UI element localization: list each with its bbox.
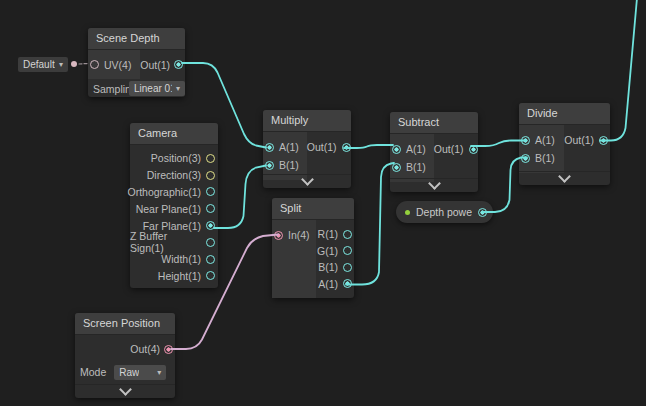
output-slot-out: Out(1) — [140, 59, 185, 71]
port-label: Near Plane(1) — [136, 203, 201, 215]
dropdown-arrow-icon: ▾ — [176, 84, 180, 93]
port-out-label: Out(4) — [130, 343, 160, 355]
port-b-icon[interactable] — [521, 154, 530, 163]
node-screen-position[interactable]: Screen Position Out(4) Mode Raw ▾ — [75, 313, 175, 398]
port-uv-label: UV(4) — [104, 59, 131, 71]
input-slot-a: A(1) — [390, 140, 434, 158]
node-title[interactable]: Subtract — [390, 112, 478, 134]
port-a-icon[interactable] — [265, 143, 274, 152]
port-out-icon[interactable] — [599, 136, 608, 145]
port-a-label: A(1) — [535, 134, 555, 146]
node-split[interactable]: Split In(4) R(1) G(1) B(1) — [272, 198, 354, 298]
chevron-down-icon — [119, 383, 132, 396]
port-position-icon[interactable] — [206, 154, 215, 163]
port-b-icon[interactable] — [343, 263, 352, 272]
port-r-label: R(1) — [318, 228, 338, 240]
mode-value: Raw — [119, 367, 139, 378]
output-slot-a: A(1) — [318, 276, 352, 293]
port-near-plane-icon[interactable] — [206, 204, 215, 213]
node-expand-toggle[interactable] — [519, 171, 610, 185]
port-uv-icon[interactable] — [90, 60, 99, 69]
sampling-label: Sampling — [93, 83, 129, 95]
output-slot-out: Out(1) — [434, 140, 478, 158]
node-camera[interactable]: Camera Position(3) Direction(3) Orthogra… — [130, 123, 218, 288]
port-label: Width(1) — [161, 253, 201, 265]
output-slot-near-plane: Near Plane(1) — [130, 200, 218, 217]
port-a-label: A(1) — [279, 141, 299, 153]
input-slot-b: B(1) — [519, 149, 564, 167]
input-slot-a: A(1) — [263, 138, 307, 156]
port-out-label: Out(1) — [434, 143, 464, 155]
port-out-icon[interactable] — [342, 143, 351, 152]
port-z-buffer-sign-icon[interactable] — [206, 238, 215, 247]
port-direction-icon[interactable] — [206, 171, 215, 180]
node-divide[interactable]: Divide A(1) B(1) Out(1) — [519, 103, 610, 185]
node-title[interactable]: Camera — [130, 123, 218, 145]
wire-camera-farplane-to-multiply-b[interactable] — [214, 166, 266, 229]
port-out-icon[interactable] — [469, 145, 478, 154]
port-out-label: Out(1) — [564, 134, 594, 146]
port-a-icon[interactable] — [521, 136, 530, 145]
property-node-depth-power[interactable]: Depth power(1) — [396, 201, 493, 223]
port-height-icon[interactable] — [206, 271, 215, 280]
port-out-label: Out(1) — [307, 141, 337, 153]
node-title[interactable]: Screen Position — [75, 313, 175, 335]
port-g-icon[interactable] — [343, 246, 352, 255]
output-slot-r: R(1) — [318, 226, 352, 243]
node-title[interactable]: Multiply — [263, 110, 351, 132]
node-title[interactable]: Divide — [519, 103, 610, 125]
port-label: Orthographic(1) — [127, 186, 201, 198]
port-b-icon[interactable] — [265, 161, 274, 170]
chevron-down-icon — [301, 173, 314, 186]
port-b-label: B(1) — [318, 261, 338, 273]
shader-graph-canvas[interactable]: Default ▾ Scene Depth UV(4) Out(1) Sampl… — [0, 0, 646, 406]
port-orthographic-icon[interactable] — [206, 187, 215, 196]
port-label: Z Buffer Sign(1) — [130, 230, 201, 254]
port-in-label: In(4) — [288, 229, 310, 241]
default-value-port-dot[interactable] — [71, 61, 77, 67]
port-r-icon[interactable] — [343, 230, 352, 239]
port-label: Height(1) — [158, 270, 201, 282]
property-label: Depth power(1) — [416, 206, 472, 218]
output-slot-g: G(1) — [317, 243, 352, 260]
port-b-label: B(1) — [279, 159, 299, 171]
node-subtract[interactable]: Subtract A(1) B(1) Out(1) — [390, 112, 478, 192]
mode-dropdown[interactable]: Raw ▾ — [114, 365, 166, 380]
output-slot-position: Position(3) — [130, 150, 218, 167]
port-in-icon[interactable] — [274, 231, 283, 240]
dropdown-arrow-icon: ▾ — [157, 368, 161, 377]
input-slot-in: In(4) — [272, 226, 316, 244]
port-a-icon[interactable] — [343, 279, 352, 288]
node-title[interactable]: Split — [272, 198, 354, 220]
node-title[interactable]: Scene Depth — [88, 28, 185, 50]
port-out-icon[interactable] — [478, 208, 487, 217]
node-expand-toggle[interactable] — [390, 178, 478, 192]
node-expand-toggle[interactable] — [263, 174, 351, 188]
sampling-dropdown[interactable]: Linear 01 ▾ — [129, 81, 185, 96]
port-a-label: A(1) — [406, 143, 426, 155]
output-slot-direction: Direction(3) — [130, 167, 218, 184]
output-slot-out: Out(4) — [75, 335, 175, 363]
port-out-icon[interactable] — [174, 60, 183, 69]
port-label: Direction(3) — [147, 169, 201, 181]
input-slot-b: B(1) — [390, 158, 434, 176]
input-slot-b: B(1) — [263, 156, 307, 174]
port-g-label: G(1) — [317, 245, 338, 257]
node-multiply[interactable]: Multiply A(1) B(1) Out(1) — [263, 110, 351, 188]
port-label: Position(3) — [151, 152, 201, 164]
chevron-down-icon — [558, 170, 571, 183]
port-a-label: A(1) — [318, 278, 338, 290]
port-b-icon[interactable] — [392, 163, 401, 172]
port-width-icon[interactable] — [206, 255, 215, 264]
output-slot-out: Out(1) — [564, 131, 608, 149]
node-expand-toggle[interactable] — [75, 384, 175, 398]
node-scene-depth[interactable]: Scene Depth UV(4) Out(1) Sampling Linear… — [88, 28, 185, 97]
input-slot-uv: UV(4) — [88, 50, 140, 79]
port-out-icon[interactable] — [164, 345, 173, 354]
port-a-icon[interactable] — [392, 145, 401, 154]
wire-default-to-scene-depth-uv — [79, 64, 88, 65]
default-value-dropdown[interactable]: Default ▾ — [18, 57, 68, 72]
port-far-plane-icon[interactable] — [206, 221, 215, 230]
chevron-down-icon — [428, 177, 441, 190]
mode-label: Mode — [80, 366, 106, 378]
